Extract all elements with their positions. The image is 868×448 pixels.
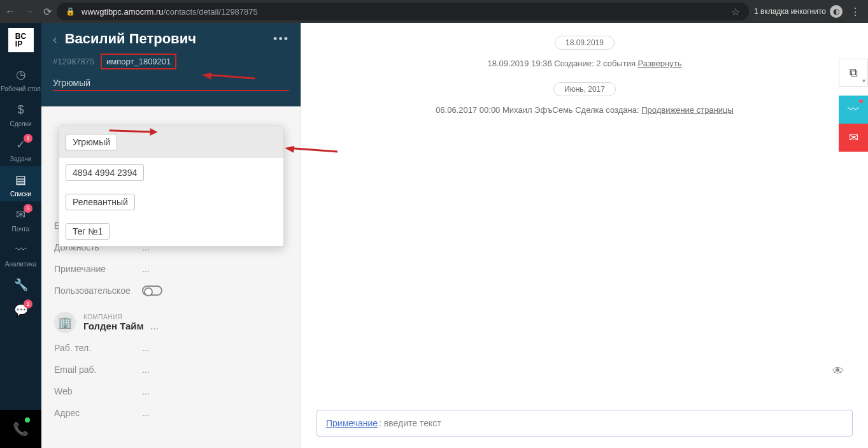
add-button[interactable]: ⧉▾	[839, 59, 868, 87]
forward-icon[interactable]: →	[24, 6, 34, 17]
pulse-button[interactable]: 〰	[839, 96, 868, 124]
sidebar-phone[interactable]: 📞	[0, 410, 41, 448]
tag-option[interactable]: Тег №1	[66, 223, 110, 240]
list-icon: ▤	[13, 171, 29, 188]
right-action-bar: ⧉▾ 〰 ✉	[839, 59, 868, 152]
visibility-icon[interactable]: 👁	[832, 365, 844, 378]
company-block: 🏢 КОМПАНИЯ Голден Тайм...	[41, 301, 301, 337]
contact-id: #12987875	[53, 57, 94, 66]
dollar-icon: $	[13, 101, 29, 118]
expand-link[interactable]: Развернуть	[638, 59, 682, 68]
deal-link[interactable]: Продвижение страницы	[641, 105, 734, 115]
tag-dropdown: Угрюмый 4894 4994 2394 Релевантный Тег №…	[59, 126, 284, 247]
notification-dot	[859, 99, 863, 103]
tag-option[interactable]: Угрюмый	[66, 134, 117, 150]
contact-name[interactable]: Василий Петрович	[65, 31, 196, 47]
mail-button[interactable]: ✉	[839, 124, 868, 152]
sidebar-item-settings[interactable]: 🔧	[0, 271, 41, 297]
back-icon[interactable]: ←	[5, 6, 15, 17]
sidebar-item-deals[interactable]: $Сделки	[0, 96, 41, 131]
app-logo[interactable]: BC IP	[8, 28, 34, 52]
feed-event: 18.09.2019 19:36 Создание: 2 события Раз…	[317, 59, 853, 68]
tag-input[interactable]	[53, 76, 289, 91]
incognito-icon: ◐	[830, 5, 843, 18]
company-avatar-icon: 🏢	[54, 312, 76, 333]
company-web[interactable]: Web...	[54, 380, 288, 402]
browser-menu-icon[interactable]: ⋮	[848, 6, 863, 18]
contact-header: ‹ Василий Петрович ••• #12987875 импорт_…	[41, 23, 301, 106]
url-path: /contacts/detail/12987875	[164, 7, 258, 17]
feed-event: 06.06.2017 00:00 Михаил ЭфъСемь Сделка с…	[317, 105, 853, 115]
url-host: wwwgtlbpc.amocrm.ru	[82, 7, 164, 17]
badge: 1	[24, 300, 32, 308]
wrench-icon: 🔧	[13, 277, 29, 293]
sidebar-item-mail[interactable]: ✉Почта5	[0, 201, 41, 236]
company-name[interactable]: Голден Тайм	[83, 321, 144, 331]
company-phone[interactable]: Раб. тел....	[54, 337, 288, 359]
date-chip: 18.09.2019	[555, 36, 615, 50]
gauge-icon: ◷	[13, 66, 29, 83]
badge: 1	[24, 134, 32, 143]
bookmark-icon[interactable]: ☆	[731, 6, 740, 18]
date-chip: Июнь, 2017	[553, 82, 616, 96]
address-bar[interactable]: 🔒 wwwgtlbpc.amocrm.ru/contacts/detail/12…	[57, 3, 749, 20]
field-custom[interactable]: Пользовательское	[54, 280, 288, 301]
wave-icon: 〰	[13, 242, 29, 258]
field-note[interactable]: Примечание...	[54, 258, 288, 280]
sidebar-item-tasks[interactable]: ✓Задачи1	[0, 131, 41, 166]
lock-icon: 🔒	[66, 7, 75, 16]
activity-feed: 18.09.2019 18.09.2019 19:36 Создание: 2 …	[301, 23, 868, 448]
more-icon[interactable]: •••	[273, 33, 289, 46]
back-chevron-icon[interactable]: ‹	[53, 32, 57, 47]
sidebar-item-analytics[interactable]: 〰Аналитика	[0, 236, 41, 271]
status-dot	[25, 417, 30, 423]
incognito-indicator: 1 вкладка инкогнито ◐	[754, 5, 843, 18]
reload-icon[interactable]: ⟳	[43, 6, 52, 18]
sidebar-item-desktop[interactable]: ◷Рабочий стол	[0, 61, 41, 96]
badge: 5	[24, 204, 32, 213]
dropdown-caret-icon: ▾	[862, 77, 865, 84]
browser-toolbar: ← → ⟳ 🔒 wwwgtlbpc.amocrm.ru/contacts/det…	[0, 0, 868, 23]
phone-icon: 📞	[13, 421, 29, 437]
note-input[interactable]: Примечание: введите текст	[317, 410, 853, 437]
tag-option[interactable]: Релевантный	[66, 194, 135, 210]
company-address[interactable]: Адрес...	[54, 402, 288, 424]
toggle[interactable]	[142, 285, 162, 296]
company-email[interactable]: Email раб....	[54, 359, 288, 380]
sidebar-item-lists[interactable]: ▤Списки	[0, 166, 41, 201]
sidebar-item-chat[interactable]: 💬1	[0, 297, 41, 322]
tag-option[interactable]: 4894 4994 2394	[66, 164, 144, 181]
import-tag[interactable]: импорт_1809201	[101, 54, 176, 69]
app-sidebar: BC IP ◷Рабочий стол $Сделки ✓Задачи1 ▤Сп…	[0, 23, 41, 448]
